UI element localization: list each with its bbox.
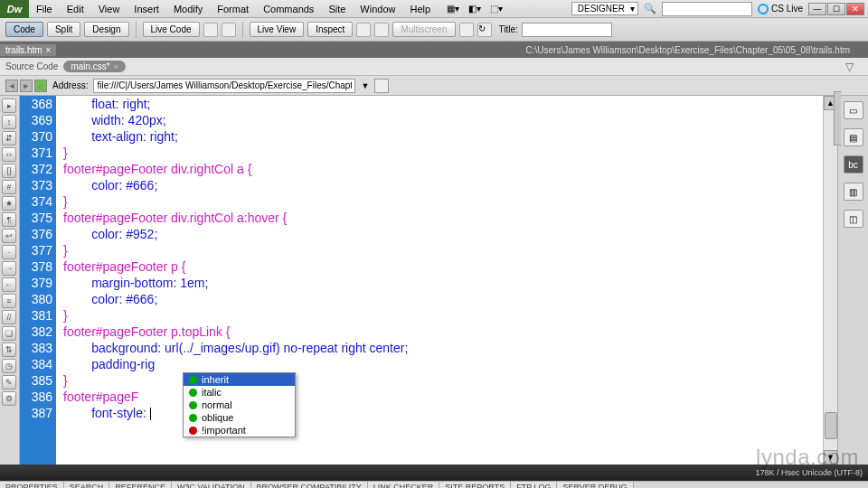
layout-icons: ▦▾ ◧▾ ⬚▾ [438,3,512,15]
minimize-button[interactable]: — [808,3,826,15]
w3c-tab[interactable]: W3C VALIDATION [172,482,251,488]
site-reports-tab[interactable]: SITE REPORTS [439,482,511,488]
assets-panel-icon[interactable]: ◫ [844,210,863,228]
toolbar-icon-2[interactable] [222,23,236,37]
collapse-icon[interactable]: ↕ [2,115,16,129]
search-tab[interactable]: SEARCH [64,482,110,488]
menu-bar: Dw File Edit View Insert Modify Format C… [0,0,868,18]
balance-icon[interactable]: {} [2,164,16,178]
browser-compat-tab[interactable]: BROWSER COMPATIBILITY [251,482,368,488]
autocomplete-item[interactable]: italic [184,386,295,399]
close-button[interactable]: ✕ [846,3,864,15]
indent-icon[interactable]: → [2,261,16,276]
menu-window[interactable]: Window [353,0,402,17]
ftp-log-tab[interactable]: FTP LOG [511,482,557,488]
menu-modify[interactable]: Modify [166,0,210,17]
syntax-icon[interactable]: ¶ [2,212,16,227]
tab-close-icon[interactable]: × [46,45,52,55]
panel-collapse-tab[interactable] [834,91,841,145]
menu-commands[interactable]: Commands [256,0,321,17]
address-bar: ◄ ► ⌂ Address: ▼ [0,76,868,96]
nav-back-icon[interactable]: ◄ [5,80,18,92]
server-debug-tab[interactable]: SERVER DEBUG [557,482,633,488]
livecode-button[interactable]: Live Code [143,22,200,37]
refresh-icon[interactable]: ↻ [477,23,492,37]
open-docs-icon[interactable]: ▸ [2,99,16,113]
menu-edit[interactable]: Edit [60,0,91,17]
parent-tag-icon[interactable]: ‹› [2,147,16,162]
code-content[interactable]: float: right; width: 420px; text-align: … [56,96,823,465]
multiscreen-button[interactable]: Multiscreen [392,22,455,37]
related-file-tab[interactable]: main.css* [63,61,126,72]
menu-site[interactable]: Site [321,0,353,17]
layout-icon[interactable]: ▦▾ [445,3,461,15]
link-checker-tab[interactable]: LINK CHECKER [368,482,440,488]
toolbar-icon-4[interactable] [374,23,389,37]
autocomplete-item[interactable]: normal [184,399,295,411]
inspect-button[interactable]: Inspect [307,22,353,37]
ac-label: !important [202,425,246,436]
ap-panel-icon[interactable]: ▤ [844,128,863,146]
reference-tab[interactable]: REFERENCE [109,482,172,488]
toolbar-icon-5[interactable] [459,23,474,37]
hint-icon [189,401,197,409]
autocomplete-item[interactable]: !important [184,424,295,436]
scroll-thumb[interactable] [825,412,837,439]
hint-icon [189,389,197,397]
maximize-button[interactable]: ☐ [827,3,845,15]
extra-icon[interactable]: ⬚▾ [488,3,505,15]
toolbar-icon-3[interactable] [356,23,371,37]
hint-icon [189,427,197,435]
properties-tab[interactable]: PROPERTIES [0,482,64,488]
line-nums-icon[interactable]: # [2,180,16,194]
search-input[interactable] [662,2,752,16]
document-tab[interactable]: trails.htm × [0,44,56,56]
document-toolbar: Code Split Design Live Code Live View In… [0,18,868,42]
code-view-button[interactable]: Code [5,22,43,37]
files-panel-icon[interactable]: ▥ [844,183,863,201]
bc-panel-icon[interactable]: bc [844,155,863,174]
coding-toolbar: ▸ ↕ ⇵ ‹› {} # ★ ¶ ↩ · → ← ≡ // ❏ ⇅ ◷ ✎ ⚙ [0,96,20,465]
move-icon[interactable]: ⇅ [2,343,16,357]
recent-icon[interactable]: ◷ [2,359,16,373]
split-view-button[interactable]: Split [47,22,80,37]
expand-icon[interactable]: ⇵ [2,131,16,145]
word-wrap-icon[interactable]: ↩ [2,229,16,243]
title-input[interactable] [522,23,612,37]
results-panel-tabs: PROPERTIES SEARCH REFERENCE W3C VALIDATI… [0,481,868,488]
cslive-button[interactable]: CS Live [758,4,803,14]
code-editor[interactable]: 3683693703713723733743753763773783793803… [20,96,837,465]
address-go-button[interactable] [374,79,389,93]
design-view-button[interactable]: Design [84,22,128,37]
workspace-dropdown[interactable]: DESIGNER [571,2,638,15]
nav-fwd-icon[interactable]: ► [20,80,33,92]
hidden-chars-icon[interactable]: · [2,245,16,259]
menu-file[interactable]: File [29,0,60,17]
cslive-icon [758,4,769,14]
format-icon[interactable]: ≡ [2,294,16,308]
vertical-scrollbar[interactable]: ▲ ▼ [823,96,837,465]
tool-icon[interactable]: ✎ [2,375,16,389]
highlight-icon[interactable]: ★ [2,196,16,211]
autocomplete-item[interactable]: oblique [184,411,295,424]
nav-home-icon[interactable]: ⌂ [34,80,47,92]
liveview-button[interactable]: Live View [250,22,305,37]
autocomplete-item[interactable]: inherit [184,373,295,386]
menu-view[interactable]: View [91,0,127,17]
tool2-icon[interactable]: ⚙ [2,391,16,406]
extension-icon[interactable]: ◧▾ [467,3,483,15]
title-label: Title: [499,24,518,34]
snippets-icon[interactable]: ❏ [2,326,16,341]
menu-help[interactable]: Help [402,0,438,17]
filter-icon[interactable]: ▽ [845,61,863,73]
comment-icon[interactable]: // [2,310,16,324]
source-code-label[interactable]: Source Code [5,61,58,71]
line-number-gutter: 3683693703713723733743753763773783793803… [20,96,56,465]
outdent-icon[interactable]: ← [2,277,16,292]
menu-insert[interactable]: Insert [127,0,166,17]
toolbar-icon-1[interactable] [203,23,218,37]
address-input[interactable] [93,79,355,93]
css-panel-icon[interactable]: ▭ [844,101,863,119]
menu-format[interactable]: Format [210,0,256,17]
address-dropdown-icon[interactable]: ▼ [361,81,369,90]
